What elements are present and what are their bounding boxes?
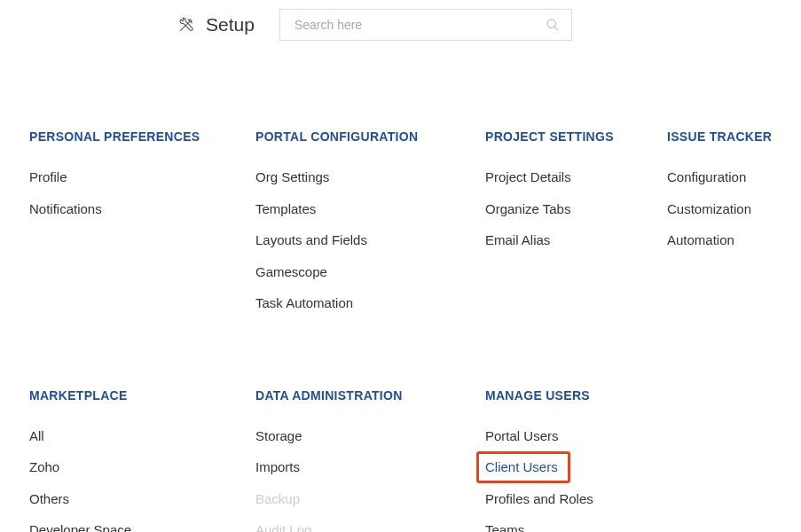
section-title: PROJECT SETTINGS bbox=[485, 129, 667, 144]
search-icon bbox=[546, 18, 560, 32]
link-org-settings[interactable]: Org Settings bbox=[255, 169, 329, 184]
link-notifications[interactable]: Notifications bbox=[29, 201, 102, 216]
section-title: PORTAL CONFIGURATION bbox=[255, 129, 485, 144]
link-imports[interactable]: Imports bbox=[255, 459, 300, 474]
section-personal-preferences: PERSONAL PREFERENCES Profile Notificatio… bbox=[29, 129, 255, 326]
section-marketplace: MARKETPLACE All Zoho Others Developer Sp… bbox=[29, 388, 255, 533]
section-project-settings: PROJECT SETTINGS Project Details Organiz… bbox=[485, 129, 667, 326]
section-portal-configuration: PORTAL CONFIGURATION Org Settings Templa… bbox=[255, 129, 485, 326]
svg-line-1 bbox=[554, 27, 558, 30]
link-project-details[interactable]: Project Details bbox=[485, 169, 571, 184]
search-box bbox=[279, 9, 572, 41]
link-zoho[interactable]: Zoho bbox=[29, 459, 59, 474]
section-data-administration: DATA ADMINISTRATION Storage Imports Back… bbox=[255, 388, 485, 533]
section-manage-users: MANAGE USERS Portal Users Client Users P… bbox=[485, 388, 667, 533]
setup-label: Setup bbox=[177, 14, 255, 35]
settings-grid: PERSONAL PREFERENCES Profile Notificatio… bbox=[0, 129, 801, 532]
link-audit-log: Audit Log bbox=[255, 522, 311, 532]
link-task-automation[interactable]: Task Automation bbox=[255, 295, 353, 310]
section-title: MARKETPLACE bbox=[29, 388, 255, 403]
link-teams[interactable]: Teams bbox=[485, 522, 524, 532]
link-templates[interactable]: Templates bbox=[255, 201, 316, 216]
section-title: PERSONAL PREFERENCES bbox=[29, 129, 255, 144]
link-profile[interactable]: Profile bbox=[29, 169, 67, 184]
section-title: DATA ADMINISTRATION bbox=[255, 388, 485, 403]
search-input[interactable] bbox=[279, 9, 572, 41]
link-backup: Backup bbox=[255, 491, 300, 506]
tools-icon bbox=[177, 16, 195, 34]
page-header: Setup bbox=[0, 9, 801, 41]
link-portal-users[interactable]: Portal Users bbox=[485, 428, 559, 443]
link-customization[interactable]: Customization bbox=[667, 201, 751, 216]
link-profiles-roles[interactable]: Profiles and Roles bbox=[485, 491, 593, 506]
link-client-users[interactable]: Client Users bbox=[485, 459, 558, 474]
link-storage[interactable]: Storage bbox=[255, 428, 302, 443]
svg-point-0 bbox=[547, 20, 555, 27]
link-organize-tabs[interactable]: Organize Tabs bbox=[485, 201, 570, 216]
link-all[interactable]: All bbox=[29, 428, 44, 443]
link-developer-space[interactable]: Developer Space bbox=[29, 522, 131, 532]
link-email-alias[interactable]: Email Alias bbox=[485, 232, 550, 247]
link-layouts-fields[interactable]: Layouts and Fields bbox=[255, 232, 367, 247]
page-title: Setup bbox=[206, 14, 255, 35]
link-automation[interactable]: Automation bbox=[667, 232, 734, 247]
section-issue-tracker: ISSUE TRACKER Configuration Customizatio… bbox=[667, 129, 800, 326]
link-gamescope[interactable]: Gamescope bbox=[255, 264, 327, 279]
link-configuration[interactable]: Configuration bbox=[667, 169, 746, 184]
section-title: MANAGE USERS bbox=[485, 388, 667, 403]
section-title: ISSUE TRACKER bbox=[667, 129, 800, 144]
link-others[interactable]: Others bbox=[29, 491, 69, 506]
